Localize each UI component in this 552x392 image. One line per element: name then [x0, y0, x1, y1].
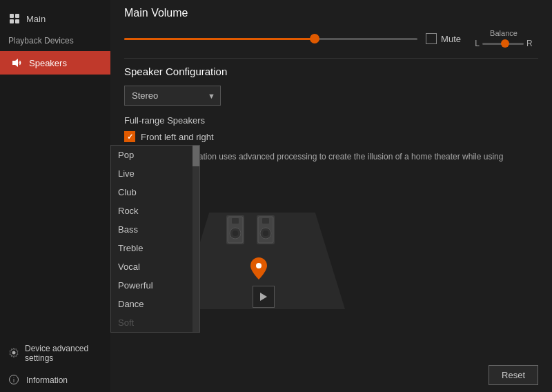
playback-devices-label: Playback Devices — [8, 36, 74, 46]
svg-rect-11 — [232, 218, 239, 224]
eq-item-rock[interactable]: Rock — [111, 202, 199, 220]
speaker-right-icon — [257, 215, 275, 244]
information-label: Information — [26, 375, 68, 385]
volume-row: Mute Balance L R — [124, 29, 538, 48]
eq-item-vocal[interactable]: Vocal — [111, 257, 199, 276]
svg-point-10 — [233, 231, 238, 236]
mute-checkbox[interactable] — [426, 33, 437, 44]
eq-item-dance[interactable]: Dance — [111, 295, 199, 313]
balance-container: Balance L R — [469, 29, 538, 48]
separator-1 — [124, 58, 538, 59]
speaker-config-select[interactable]: Stereo Quadraphonic 5.1 Surround 7.1 Sur… — [124, 86, 221, 106]
eq-item-bass[interactable]: Bass — [111, 220, 199, 239]
sidebar-main[interactable]: Main — [0, 7, 110, 30]
speaker-sidebar-icon — [11, 57, 23, 69]
sidebar: Main Playback Devices Speakers Device ad… — [0, 0, 110, 392]
svg-point-14 — [263, 231, 268, 236]
svg-point-5 — [12, 351, 16, 355]
reset-button[interactable]: Reset — [489, 365, 538, 385]
play-icon — [259, 292, 268, 302]
main-content: Main Volume Mute Balance L — [110, 0, 552, 392]
eq-item-club[interactable]: Club — [111, 183, 199, 202]
balance-r: R — [526, 39, 533, 48]
info-icon: i — [8, 374, 21, 386]
front-lr-row: Front left and right — [124, 131, 538, 142]
sidebar-item-information[interactable]: i Information — [0, 369, 110, 392]
speaker-left-icon — [226, 215, 244, 244]
full-range-title: Full-range Speakers — [124, 115, 538, 126]
main-icon — [8, 12, 21, 25]
speakers-label: Speakers — [29, 58, 67, 68]
eq-dropdown: Pop Live Club Rock Bass Treble Vocal Pow… — [110, 145, 200, 333]
speaker-config-dropdown-container: Stereo Quadraphonic 5.1 Surround 7.1 Sur… — [124, 86, 221, 106]
svg-rect-15 — [262, 218, 269, 224]
eq-item-powerful[interactable]: Powerful — [111, 276, 199, 295]
main-volume-title: Main Volume — [124, 7, 538, 19]
eq-scroll-thumb[interactable] — [193, 146, 199, 166]
volume-thumb[interactable] — [310, 34, 319, 43]
speaker-right-svg — [257, 215, 275, 244]
speaker-left-svg — [226, 215, 244, 244]
eq-item-live[interactable]: Live — [111, 164, 199, 183]
svg-point-16 — [256, 263, 262, 268]
main-label: Main — [26, 14, 46, 24]
play-button[interactable] — [253, 286, 275, 308]
gear-icon — [8, 347, 19, 360]
svg-marker-4 — [12, 59, 18, 67]
eq-item-pop[interactable]: Pop — [111, 146, 199, 164]
svg-rect-3 — [15, 19, 19, 23]
eq-scrollbar[interactable] — [193, 146, 199, 332]
pin-svg — [250, 257, 267, 280]
balance-track[interactable] — [482, 43, 524, 45]
main-volume-section: Main Volume Mute Balance L — [124, 7, 538, 48]
front-lr-label: Front left and right — [141, 132, 214, 142]
balance-l: L — [475, 39, 480, 48]
speaker-config-title: Speaker Configuration — [124, 66, 538, 77]
device-advanced-label: Device advanced settings — [25, 344, 102, 363]
svg-rect-1 — [15, 14, 19, 18]
balance-thumb[interactable] — [501, 39, 509, 48]
sidebar-item-playback[interactable]: Playback Devices — [0, 30, 110, 51]
balance-label: Balance — [490, 29, 518, 37]
mute-label: Mute — [441, 34, 461, 44]
volume-slider-container — [124, 32, 417, 46]
sidebar-item-speakers[interactable]: Speakers — [0, 51, 110, 75]
eq-item-treble[interactable]: Treble — [111, 239, 199, 257]
eq-item-soft[interactable]: Soft — [111, 313, 199, 332]
sidebar-item-device-advanced[interactable]: Device advanced settings — [0, 338, 110, 369]
mute-container: Mute — [426, 33, 461, 44]
svg-rect-0 — [10, 14, 14, 18]
front-lr-checkbox[interactable] — [124, 131, 135, 142]
volume-fill — [124, 38, 315, 40]
speaker-config-section: Speaker Configuration Stereo Quadraphoni… — [124, 66, 538, 316]
location-pin — [250, 257, 267, 282]
volume-track[interactable] — [124, 38, 417, 40]
svg-marker-17 — [260, 293, 267, 301]
svg-text:i: i — [13, 377, 14, 384]
balance-row: L R — [475, 39, 532, 48]
svg-rect-2 — [10, 19, 14, 23]
